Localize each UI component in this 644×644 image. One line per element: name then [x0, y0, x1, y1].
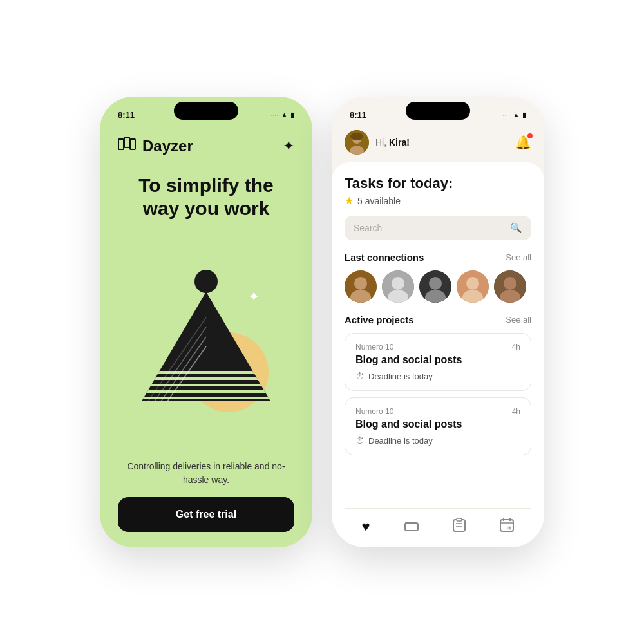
left-dynamic-island — [174, 102, 238, 120]
greeting-name: Kira! — [389, 137, 410, 147]
card-1-project: Numero 10 — [355, 343, 393, 352]
tasks-title: Tasks for today: — [345, 175, 531, 192]
connections-see-all[interactable]: See all — [506, 252, 531, 262]
connections-row — [345, 270, 531, 303]
illustration: ✦ — [118, 227, 294, 460]
tagline-text: Controlling deliveries in reliable and n… — [118, 460, 294, 487]
svg-point-20 — [350, 133, 363, 140]
connection-5[interactable] — [494, 270, 526, 303]
svg-rect-1 — [124, 137, 129, 147]
map-icon — [118, 137, 136, 156]
nav-heart-icon[interactable]: ♥ — [362, 518, 370, 535]
connections-title: Last connections — [345, 252, 424, 263]
connection-4[interactable] — [457, 270, 489, 303]
sparkle-icon: ✦ — [283, 138, 294, 155]
cta-button[interactable]: Get free trial — [118, 497, 294, 532]
svg-text:✦: ✦ — [248, 289, 260, 305]
svg-rect-0 — [118, 139, 124, 149]
project-card-1[interactable]: Numero 10 4h Blog and social posts ⏱ Dea… — [345, 333, 531, 391]
card-1-time: 4h — [512, 343, 520, 352]
clock-icon-2: ⏱ — [355, 435, 365, 446]
star-icon: ★ — [345, 194, 354, 207]
right-header: Hi, Kira! 🔔 — [332, 125, 544, 162]
left-time: 8:11 — [118, 110, 135, 120]
left-status-bar: 8:11 ···· ▲ ▮ — [100, 97, 312, 125]
user-avatar — [345, 130, 369, 155]
card-1-top: Numero 10 4h — [355, 343, 520, 352]
svg-point-34 — [504, 277, 516, 290]
tasks-section: Tasks for today: ★ 5 available Search 🔍 … — [332, 162, 544, 547]
svg-rect-42 — [500, 520, 513, 531]
card-2-deadline: ⏱ Deadline is today — [355, 435, 520, 446]
connection-3[interactable] — [419, 270, 451, 303]
right-content: Hi, Kira! 🔔 Tasks for today: ★ 5 availab… — [332, 125, 544, 547]
greeting-text: Hi, — [375, 137, 389, 147]
left-status-icons: ···· ▲ ▮ — [270, 111, 294, 119]
svg-rect-37 — [405, 522, 411, 524]
card-2-project: Numero 10 — [355, 407, 393, 416]
card-1-deadline: ⏱ Deadline is today — [355, 371, 520, 381]
left-phone: 8:11 ···· ▲ ▮ Dayzer ✦ To simplify the w… — [100, 97, 312, 547]
hero-text: To simplify the way you work — [118, 174, 294, 220]
available-row: ★ 5 available — [345, 194, 531, 207]
nav-calendar-icon[interactable]: ⚙ — [500, 518, 514, 536]
svg-rect-2 — [130, 139, 135, 149]
notification-bell-wrapper[interactable]: 🔔 — [515, 135, 531, 150]
right-status-icons: ···· ▲ ▮ — [502, 111, 526, 119]
left-content: Dayzer ✦ To simplify the way you work — [100, 125, 312, 547]
projects-header: Active projects See all — [345, 314, 531, 325]
svg-point-31 — [466, 277, 479, 290]
greeting: Hi, Kira! — [369, 137, 515, 148]
card-1-title: Blog and social posts — [355, 354, 520, 366]
right-dynamic-island — [406, 102, 470, 120]
available-count: 5 available — [357, 196, 401, 206]
card-1-deadline-text: Deadline is today — [368, 372, 433, 381]
project-card-2[interactable]: Numero 10 4h Blog and social posts ⏱ Dea… — [345, 397, 531, 455]
card-2-time: 4h — [512, 407, 520, 416]
connections-header: Last connections See all — [345, 252, 531, 263]
nav-clipboard-icon[interactable] — [453, 518, 466, 536]
svg-point-22 — [354, 277, 367, 290]
search-icon: 🔍 — [510, 222, 522, 234]
projects-title: Active projects — [345, 314, 414, 325]
svg-point-25 — [392, 277, 404, 290]
card-2-deadline-text: Deadline is today — [368, 436, 433, 446]
search-bar[interactable]: Search 🔍 — [345, 216, 531, 240]
projects-see-all[interactable]: See all — [506, 315, 531, 325]
right-time: 8:11 — [350, 110, 366, 120]
svg-point-11 — [194, 270, 218, 293]
app-header: Dayzer ✦ — [118, 137, 294, 156]
card-2-top: Numero 10 4h — [355, 407, 520, 416]
app-name: Dayzer — [142, 137, 193, 155]
svg-rect-39 — [457, 518, 462, 521]
clock-icon-1: ⏱ — [355, 371, 365, 381]
card-2-title: Blog and social posts — [355, 419, 520, 430]
svg-point-28 — [429, 277, 442, 290]
connection-2[interactable] — [382, 270, 414, 303]
notification-dot — [527, 133, 533, 138]
search-placeholder: Search — [354, 223, 382, 233]
bottom-nav: ♥ — [345, 508, 531, 547]
nav-folder-icon[interactable] — [404, 518, 419, 535]
right-status-bar: 8:11 ···· ▲ ▮ — [332, 97, 544, 125]
connection-1[interactable] — [345, 270, 377, 303]
right-phone: 8:11 ···· ▲ ▮ Hi, Kira! 🔔 — [332, 97, 544, 547]
